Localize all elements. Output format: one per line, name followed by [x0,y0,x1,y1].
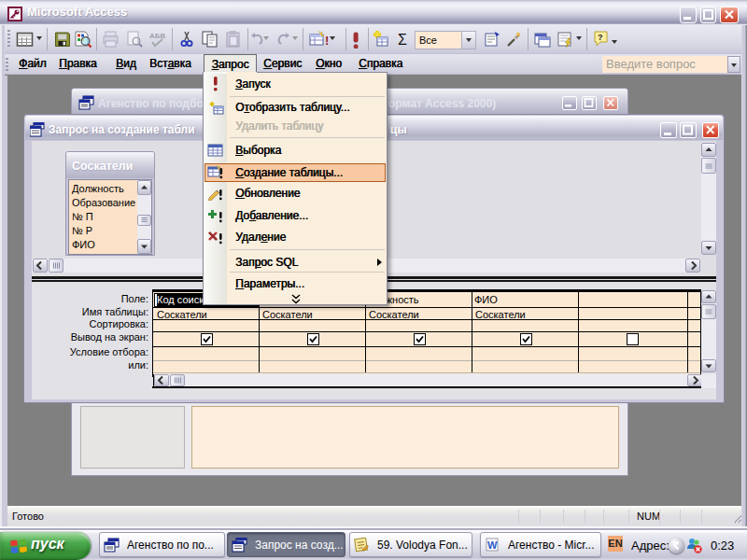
svg-text:АБВ: АБВ [149,32,166,40]
svg-text:W: W [487,539,498,551]
svg-text:Σ: Σ [398,32,407,48]
svg-text:?: ? [598,33,603,42]
svg-text:!: ! [325,34,329,48]
